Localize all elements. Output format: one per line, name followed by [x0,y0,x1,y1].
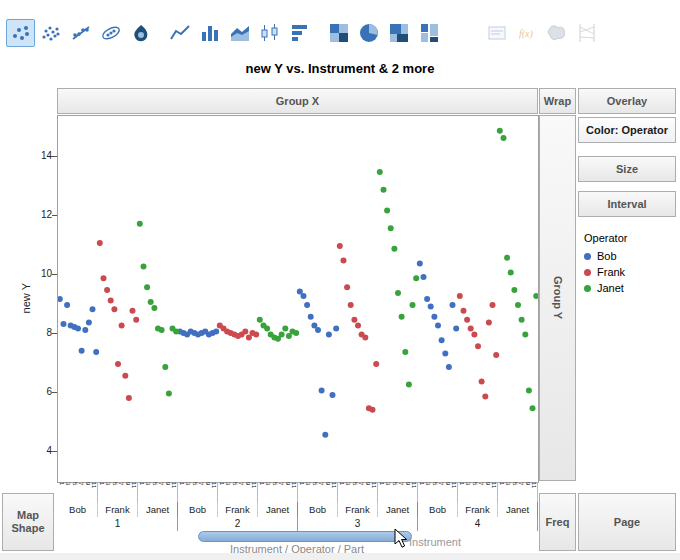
data-point[interactable] [497,128,503,134]
data-point[interactable] [526,388,532,394]
data-point[interactable] [453,326,459,332]
data-point[interactable] [479,379,485,385]
data-point[interactable] [428,303,434,309]
pie-icon-button[interactable] [354,19,383,47]
data-point[interactable] [457,293,463,299]
data-point[interactable] [319,388,325,394]
data-point[interactable] [341,258,347,264]
axis-scrollbar[interactable] [198,531,412,542]
data-point[interactable] [64,302,70,308]
map-shape-tool-icon-button[interactable] [542,19,571,47]
heatmap-icon-button[interactable] [324,19,353,47]
data-point[interactable] [330,392,336,398]
data-point[interactable] [471,331,477,337]
formula-icon-button[interactable]: f(x) [512,19,541,47]
data-point[interactable] [468,326,474,332]
data-point[interactable] [126,395,132,401]
data-point[interactable] [373,361,379,367]
drop-zone-color[interactable]: Color: Operator [578,117,676,143]
data-point[interactable] [115,361,121,367]
data-point[interactable] [402,349,408,355]
data-point[interactable] [475,343,481,349]
data-point[interactable] [86,320,92,326]
drop-zone-page[interactable]: Page [578,493,676,551]
data-point[interactable] [279,331,285,337]
contour-icon-button[interactable] [126,19,155,47]
data-point[interactable] [79,348,85,354]
data-point[interactable] [257,317,263,323]
data-point[interactable] [322,432,328,438]
data-point[interactable] [148,299,154,305]
data-point[interactable] [442,351,448,357]
data-point[interactable] [173,329,179,335]
data-point[interactable] [58,296,63,302]
area-icon-button[interactable] [225,19,254,47]
parallel-icon-button[interactable] [572,19,601,47]
drop-zone-size[interactable]: Size [578,156,676,182]
data-point[interactable] [439,337,445,343]
data-point[interactable] [93,349,99,355]
points-icon-button[interactable] [6,19,35,47]
data-point[interactable] [530,405,536,411]
data-point[interactable] [395,290,401,296]
data-point[interactable] [501,135,507,141]
data-point[interactable] [413,275,419,281]
data-point[interactable] [141,264,147,270]
data-point[interactable] [431,314,437,320]
data-point[interactable] [490,302,496,308]
data-point[interactable] [144,284,150,290]
ellipse-icon-button[interactable] [96,19,125,47]
data-point[interactable] [253,331,259,337]
data-point[interactable] [417,261,423,267]
drop-zone-interval[interactable]: Interval [578,191,676,217]
drop-zone-group-x[interactable]: Group X [57,88,538,114]
drop-zone-overlay[interactable]: Overlay [578,88,676,114]
data-point[interactable] [511,287,517,293]
data-point[interactable] [533,293,538,299]
data-point[interactable] [293,330,299,336]
data-point[interactable] [344,284,350,290]
mosaic-icon-button[interactable] [414,19,443,47]
drop-zone-wrap[interactable]: Wrap [539,88,576,114]
data-point[interactable] [166,391,172,397]
plot-area[interactable] [57,115,539,483]
data-point[interactable] [508,269,514,275]
data-point[interactable] [377,169,383,175]
data-point[interactable] [315,327,321,333]
bar-icon-button[interactable] [195,19,224,47]
data-point[interactable] [406,382,412,388]
data-point[interactable] [424,296,430,302]
data-point[interactable] [391,246,397,252]
data-point[interactable] [213,329,219,335]
data-point[interactable] [122,373,128,379]
data-point[interactable] [282,326,288,332]
box-plot-icon-button[interactable] [255,19,284,47]
data-point[interactable] [446,364,452,370]
data-point[interactable] [348,302,354,308]
data-point[interactable] [333,326,339,332]
data-point[interactable] [464,317,470,323]
data-point[interactable] [104,287,110,293]
data-point[interactable] [162,364,168,370]
data-point[interactable] [493,352,499,358]
data-point[interactable] [133,317,139,323]
data-point[interactable] [137,221,143,227]
data-point[interactable] [119,323,125,329]
data-point[interactable] [482,393,488,399]
data-point[interactable] [351,317,357,323]
data-point[interactable] [304,302,310,308]
data-point[interactable] [486,320,492,326]
data-point[interactable] [388,225,394,231]
data-point[interactable] [97,240,103,246]
data-point[interactable] [242,329,248,335]
data-point[interactable] [515,302,521,308]
treemap-icon-button[interactable] [384,19,413,47]
data-point[interactable] [355,323,361,329]
data-point[interactable] [90,306,96,312]
histogram-icon-button[interactable] [285,19,314,47]
data-point[interactable] [326,331,332,337]
data-point[interactable] [101,275,107,281]
line-of-fit-icon-button[interactable] [66,19,95,47]
data-point[interactable] [519,317,525,323]
data-point[interactable] [461,308,467,314]
